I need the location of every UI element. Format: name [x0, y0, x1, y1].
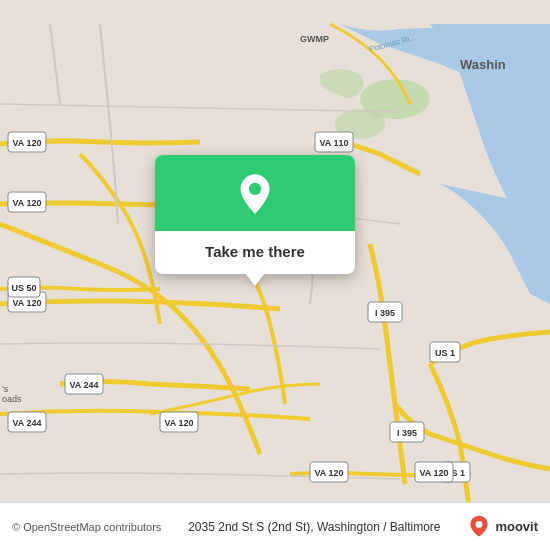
svg-text:VA 120: VA 120: [164, 418, 193, 428]
svg-text:Washin: Washin: [460, 57, 506, 72]
svg-text:VA 120: VA 120: [12, 138, 41, 148]
svg-text:VA 120: VA 120: [12, 298, 41, 308]
copyright-text: © OpenStreetMap contributors: [12, 521, 161, 533]
take-me-there-button[interactable]: Take me there: [193, 243, 317, 260]
svg-rect-0: [0, 24, 550, 526]
moovit-logo-text: moovit: [495, 519, 538, 534]
svg-text:I 395: I 395: [397, 428, 417, 438]
svg-text:VA 120: VA 120: [12, 198, 41, 208]
map-container: VA 120 VA 120 VA 120 VA 110 US 50 VA 244…: [0, 0, 550, 550]
svg-point-38: [249, 183, 261, 195]
popup-tail: [245, 273, 265, 286]
location-pin-icon: [233, 173, 277, 217]
svg-text:US 50: US 50: [11, 283, 36, 293]
bottom-bar: © OpenStreetMap contributors 2035 2nd St…: [0, 502, 550, 550]
svg-text:VA 244: VA 244: [69, 380, 98, 390]
address-text: 2035 2nd St S (2nd St), Washington / Bal…: [169, 520, 459, 534]
svg-text:VA 120: VA 120: [419, 468, 448, 478]
svg-text:VA 110: VA 110: [319, 138, 348, 148]
svg-text:GWMP: GWMP: [300, 34, 329, 44]
moovit-logo-pin-icon: [467, 515, 491, 539]
svg-text:VA 120: VA 120: [314, 468, 343, 478]
moovit-logo: moovit: [467, 515, 538, 539]
svg-text:US 1: US 1: [435, 348, 455, 358]
popup-icon-area: [155, 155, 355, 231]
svg-point-39: [476, 521, 483, 528]
svg-text:VA 244: VA 244: [12, 418, 41, 428]
svg-text:oads: oads: [2, 394, 22, 404]
map-background: VA 120 VA 120 VA 120 VA 110 US 50 VA 244…: [0, 0, 550, 550]
popup-card: Take me there: [155, 155, 355, 274]
svg-text:I 395: I 395: [375, 308, 395, 318]
svg-text:'s: 's: [2, 384, 9, 394]
